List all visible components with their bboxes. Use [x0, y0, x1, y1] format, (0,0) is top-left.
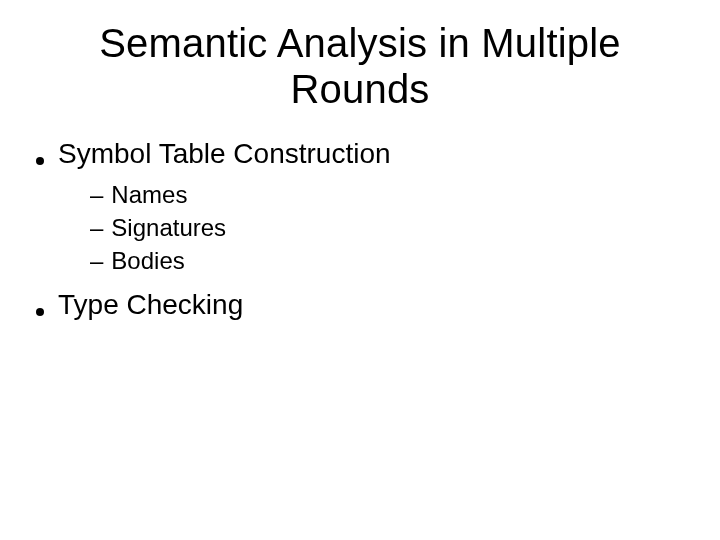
bullet-text: Symbol Table Construction [58, 136, 391, 171]
bullet-text: Type Checking [58, 287, 243, 322]
slide-title: Semantic Analysis in Multiple Rounds [30, 20, 690, 112]
bullet-level2: – Signatures [30, 212, 690, 243]
bullet-level1: Type Checking [30, 287, 690, 322]
bullet-level2: – Bodies [30, 245, 690, 276]
bullet-dash-icon: – [90, 246, 103, 276]
bullet-text: Signatures [111, 212, 226, 243]
bullet-dot-icon [36, 308, 44, 316]
bullet-level1: Symbol Table Construction [30, 136, 690, 171]
bullet-text: Bodies [111, 245, 184, 276]
bullet-text: Names [111, 179, 187, 210]
bullet-dash-icon: – [90, 213, 103, 243]
bullet-level2: – Names [30, 179, 690, 210]
bullet-dash-icon: – [90, 180, 103, 210]
spacer [30, 279, 690, 287]
bullet-dot-icon [36, 157, 44, 165]
slide: Semantic Analysis in Multiple Rounds Sym… [0, 0, 720, 540]
